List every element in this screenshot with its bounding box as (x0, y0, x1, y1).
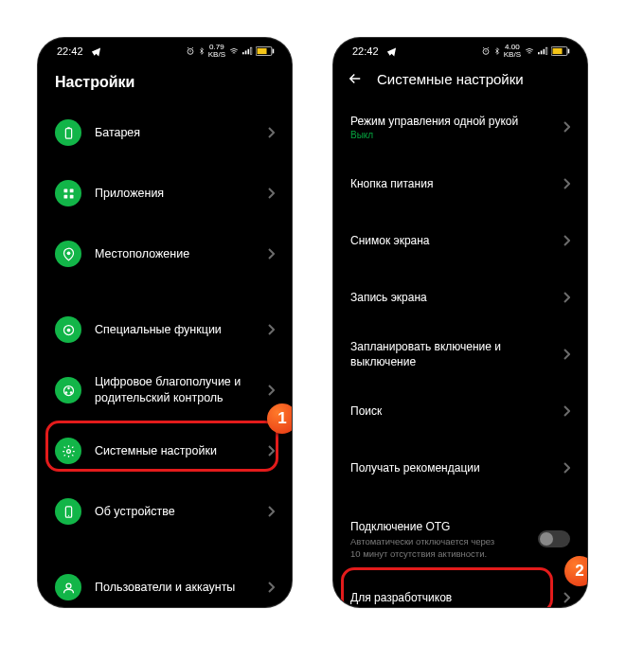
chevron-right-icon (563, 235, 570, 246)
row-label: Запись экрана (350, 290, 563, 305)
status-time: 22:42 (352, 45, 379, 57)
chevron-right-icon (267, 248, 275, 260)
settings-row-запланировать-включение-[interactable]: Запланировать включение и выключение (335, 326, 585, 383)
device-icon (55, 498, 81, 525)
otg-toggle[interactable] (538, 530, 570, 547)
row-label: Снимок экрана (350, 233, 563, 248)
settings-row-пользователи-и-аккаунты[interactable]: Пользователи и аккаунты (40, 557, 290, 607)
row-label: Об устройстве (95, 504, 267, 520)
settings-row-системные-настройки[interactable]: Системные настройки (40, 421, 290, 481)
user-icon (55, 574, 81, 600)
svg-point-14 (66, 251, 70, 255)
page-title: Настройки (55, 74, 275, 91)
svg-rect-33 (568, 49, 570, 54)
chevron-right-icon (267, 324, 275, 335)
battery-icon (55, 119, 81, 146)
signal-icon (242, 46, 253, 56)
row-sub: Автоматически отключается через 10 минут… (350, 536, 502, 560)
row-label: Получать рекомендации (350, 460, 563, 475)
chevron-right-icon (563, 178, 570, 189)
svg-rect-29 (544, 49, 546, 55)
settings-row-поиск[interactable]: Поиск (335, 383, 585, 439)
chevron-right-icon (563, 592, 570, 603)
row-label: Системные настройки (95, 443, 267, 459)
row-label: Режим управления одной рукой (350, 114, 563, 129)
system-settings-list: Режим управления одной рукойВыклКнопка п… (333, 99, 587, 607)
chevron-right-icon (267, 445, 275, 457)
svg-rect-2 (245, 50, 247, 54)
page-title: Системные настройки (377, 71, 524, 87)
settings-row-батарея[interactable]: Батарея (40, 102, 290, 163)
chevron-right-icon (267, 385, 275, 396)
svg-point-20 (69, 391, 72, 394)
row-label: Подключение OTG (350, 519, 538, 534)
svg-rect-28 (541, 50, 543, 54)
page-header: Настройки (38, 64, 292, 102)
telegram-icon (91, 46, 101, 57)
chevron-right-icon (563, 121, 570, 133)
location-icon (55, 241, 81, 267)
svg-point-24 (66, 583, 71, 588)
alarm-icon (481, 46, 491, 56)
wifi-icon (228, 46, 240, 56)
net-speed: 0.79KB/S (208, 44, 225, 59)
bluetooth-icon (198, 46, 206, 56)
chevron-right-icon (267, 127, 275, 138)
status-bar: 22:42 4.00KB/S (333, 38, 587, 64)
settings-row-подключение-otg[interactable]: Подключение OTGАвтоматически отключается… (335, 510, 585, 569)
settings-row-получать-рекомендации[interactable]: Получать рекомендации (335, 439, 585, 496)
svg-rect-13 (69, 194, 73, 198)
svg-point-23 (67, 514, 68, 515)
phone-left: 22:42 0.79KB/S Настройки БатареяПриложен… (38, 38, 292, 607)
bluetooth-icon (493, 46, 501, 56)
row-label: Батарея (95, 125, 267, 141)
row-label: Пользователи и аккаунты (95, 580, 267, 596)
settings-row-приложения[interactable]: Приложения (40, 163, 290, 224)
chevron-right-icon (267, 582, 275, 593)
svg-rect-11 (69, 188, 73, 192)
svg-point-18 (67, 386, 70, 389)
signal-icon (538, 46, 548, 56)
settings-row-цифровое-благополучие-и-[interactable]: Цифровое благополучие и родительский кон… (40, 360, 290, 421)
settings-row-для-разработчиков[interactable]: Для разработчиков (335, 569, 585, 607)
svg-rect-1 (242, 52, 244, 54)
row-label: Кнопка питания (350, 176, 563, 191)
alarm-icon (186, 46, 195, 56)
wifi-icon (524, 46, 535, 56)
svg-rect-27 (538, 52, 540, 54)
chevron-right-icon (563, 405, 570, 417)
svg-rect-7 (273, 49, 275, 54)
battery-icon (551, 46, 570, 56)
phone-right: 22:42 4.00KB/S Системные настройки Режим… (333, 38, 587, 607)
svg-rect-30 (546, 47, 547, 54)
row-label: Приложения (95, 186, 267, 202)
telegram-icon (386, 46, 397, 57)
status-bar: 22:42 0.79KB/S (38, 38, 292, 64)
settings-row-специальные-функции[interactable]: Специальные функции (40, 299, 290, 360)
settings-row-снимок-экрана[interactable]: Снимок экрана (335, 212, 585, 269)
row-label: Специальные функции (95, 322, 267, 338)
battery-icon (256, 46, 275, 56)
step-marker-2: 2 (564, 556, 587, 586)
chevron-right-icon (267, 188, 275, 199)
svg-rect-8 (65, 128, 71, 138)
row-label: Для разработчиков (350, 590, 563, 605)
status-time: 22:42 (57, 45, 83, 57)
svg-point-19 (64, 391, 67, 394)
row-label: Местоположение (95, 246, 267, 262)
row-label: Поиск (350, 403, 563, 419)
chevron-right-icon (563, 462, 570, 474)
back-icon[interactable] (347, 70, 364, 87)
chevron-right-icon (267, 506, 275, 517)
settings-row-режим-управления-одной-р[interactable]: Режим управления одной рукойВыкл (335, 99, 585, 155)
svg-rect-32 (553, 48, 563, 54)
settings-row-об-устройстве[interactable]: Об устройстве (40, 481, 290, 542)
svg-rect-6 (258, 48, 267, 54)
step-marker-1: 1 (267, 403, 292, 434)
net-speed: 4.00KB/S (504, 44, 521, 59)
settings-row-запись-экрана[interactable]: Запись экрана (335, 269, 585, 326)
settings-row-кнопка-питания[interactable]: Кнопка питания (335, 155, 585, 212)
svg-rect-9 (67, 127, 70, 128)
chevron-right-icon (563, 292, 570, 303)
settings-row-местоположение[interactable]: Местоположение (40, 224, 290, 284)
